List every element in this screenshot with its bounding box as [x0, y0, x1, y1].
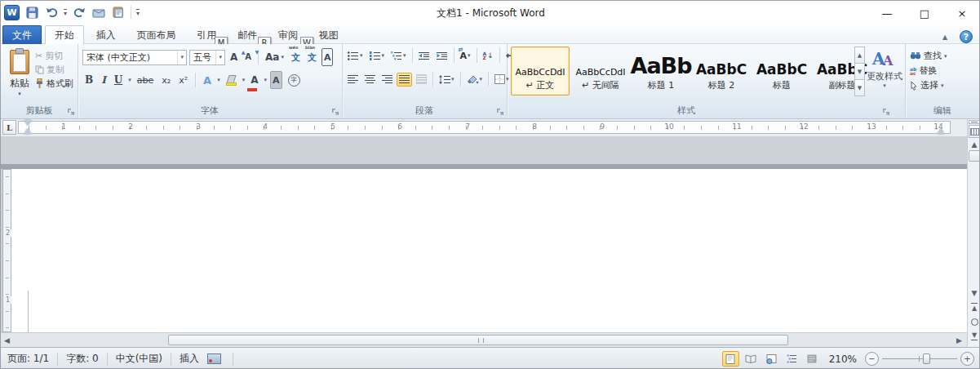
character-shading-button[interactable]: A: [270, 71, 282, 89]
strikethrough-button[interactable]: abe: [135, 72, 157, 88]
text-effects-dropdown[interactable]: ▾: [217, 77, 220, 83]
font-color-button[interactable]: A: [248, 72, 260, 88]
outline-view-button[interactable]: [783, 351, 800, 367]
tab-page-layout[interactable]: 页面布局: [127, 26, 184, 44]
font-family-combo[interactable]: 宋体 (中文正文) ▾: [82, 50, 187, 65]
tab-stop-selector[interactable]: L: [2, 120, 16, 135]
zoom-level-indicator[interactable]: 210%: [827, 353, 858, 365]
change-case-button[interactable]: Aa▾: [263, 49, 286, 65]
line-spacing-button[interactable]: ▾: [437, 73, 457, 87]
select-button[interactable]: 选择 ▾: [910, 78, 944, 92]
styles-scroll-down[interactable]: ▼: [854, 63, 865, 80]
cut-button[interactable]: ✂ 剪切: [35, 49, 63, 62]
styles-gallery-more[interactable]: ▼: [854, 79, 865, 96]
help-button[interactable]: ?: [960, 30, 973, 43]
align-right-button[interactable]: [379, 73, 395, 87]
hanging-indent-marker[interactable]: [24, 128, 31, 134]
shading-button[interactable]: ▾: [464, 72, 486, 87]
clipboard-dialog-launcher[interactable]: [67, 108, 75, 116]
underline-dropdown[interactable]: ▾: [128, 77, 131, 83]
paste-button[interactable]: 粘贴 ▾: [4, 47, 35, 103]
paragraph-dialog-launcher[interactable]: [496, 108, 504, 116]
phonetic-guide-button[interactable]: wén文: [289, 49, 303, 65]
style-title[interactable]: AaBbC 标题: [752, 47, 811, 96]
style-normal[interactable]: AaBbCcDdI ↵ 正文: [511, 47, 570, 96]
italic-button[interactable]: I: [99, 72, 109, 88]
font-size-combo[interactable]: 五号 ▾: [189, 50, 225, 65]
word-logo-icon[interactable]: W: [4, 5, 20, 20]
vertical-ruler[interactable]: 2 1: [2, 169, 11, 332]
align-center-button[interactable]: [362, 73, 378, 87]
highlight-dropdown[interactable]: ▾: [242, 77, 246, 83]
decrease-indent-button[interactable]: [416, 49, 432, 63]
highlight-button[interactable]: [224, 72, 239, 88]
language-indicator[interactable]: 中文(中国): [114, 352, 164, 366]
select-dropdown[interactable]: ▾: [941, 82, 944, 89]
zoom-slider[interactable]: [882, 353, 957, 365]
distributed-button[interactable]: [414, 72, 429, 87]
select-browse-object-button[interactable]: [969, 315, 980, 328]
document-page[interactable]: [11, 169, 967, 332]
close-button[interactable]: ×: [943, 1, 980, 25]
horizontal-ruler[interactable]: 1 2 3 4 5 6 7 8 9 10 11 12 13 14: [18, 121, 951, 134]
justify-button[interactable]: [397, 73, 412, 87]
minimize-button[interactable]: —: [868, 1, 906, 25]
sort-button[interactable]: AZ ↓: [481, 49, 496, 62]
scroll-left-arrow[interactable]: ◀: [2, 335, 12, 345]
horizontal-scrollbar[interactable]: ◀ ▶: [1, 332, 967, 347]
web-layout-view-button[interactable]: [763, 351, 780, 367]
align-left-button[interactable]: [345, 73, 361, 87]
bold-button[interactable]: B: [82, 72, 95, 88]
font-color-dropdown[interactable]: ▾: [264, 77, 268, 83]
save-button[interactable]: [24, 5, 39, 20]
character-border-button[interactable]: A: [321, 48, 334, 66]
tab-insert[interactable]: 插入: [87, 26, 125, 44]
tab-view[interactable]: 视图: [310, 26, 348, 44]
underline-button[interactable]: U: [112, 72, 125, 88]
maximize-button[interactable]: □: [906, 1, 943, 25]
first-line-indent-marker[interactable]: [24, 120, 31, 126]
numbering-button[interactable]: ▾: [367, 49, 388, 63]
shrink-font-button[interactable]: A▼: [242, 49, 254, 65]
right-indent-marker[interactable]: [938, 128, 944, 134]
scroll-right-arrow[interactable]: ▶: [954, 335, 964, 345]
tab-file[interactable]: 文件: [2, 25, 42, 44]
macro-record-icon[interactable]: [207, 353, 221, 364]
increase-indent-button[interactable]: [434, 49, 450, 63]
replace-button[interactable]: abac 替换: [910, 64, 937, 78]
zoom-in-button[interactable]: +: [960, 352, 974, 366]
horizontal-scrollbar-thumb[interactable]: [168, 335, 788, 345]
page-count-indicator[interactable]: 页面: 1/1: [6, 352, 51, 366]
bullets-button[interactable]: ▾: [345, 49, 366, 63]
format-painter-button[interactable]: 格式刷: [35, 77, 73, 90]
zoom-out-button[interactable]: −: [865, 352, 879, 366]
paste-dropdown[interactable]: ▾: [18, 91, 21, 97]
print-layout-view-button[interactable]: [722, 351, 739, 367]
text-effects-button[interactable]: A: [201, 72, 214, 88]
qat-customize-dropdown[interactable]: ▾: [136, 9, 140, 16]
print-preview-button[interactable]: [91, 5, 106, 20]
asian-layout-char-button[interactable]: biàn文: [305, 49, 319, 65]
grow-font-button[interactable]: A▲: [228, 49, 240, 65]
insert-mode-indicator[interactable]: 插入: [178, 352, 201, 366]
minimize-ribbon-button[interactable]: ▲: [938, 32, 951, 42]
word-count-indicator[interactable]: 字数: 0: [64, 352, 100, 366]
superscript-button[interactable]: x²: [176, 72, 190, 88]
tab-home[interactable]: 开始: [45, 25, 84, 45]
vertical-scrollbar[interactable]: ▲ ▼ ▲ ▼: [967, 119, 980, 347]
find-button[interactable]: 查找 ▾: [910, 49, 947, 63]
ruler-toggle-button[interactable]: [969, 125, 980, 138]
styles-scroll-up[interactable]: ▲: [854, 47, 865, 64]
style-no-spacing[interactable]: AaBbCcDdI ↵ 无间隔: [571, 47, 630, 96]
find-dropdown[interactable]: ▾: [944, 53, 947, 60]
style-heading2[interactable]: AaBbC 标题 2: [692, 47, 751, 96]
zoom-slider-thumb[interactable]: [923, 353, 930, 364]
vertical-scrollbar-thumb[interactable]: [969, 150, 980, 162]
previous-page-button[interactable]: ▲: [969, 300, 980, 314]
font-dialog-launcher[interactable]: [331, 108, 339, 116]
next-page-button[interactable]: ▼: [969, 329, 980, 343]
quick-doc-button[interactable]: [111, 5, 126, 20]
scroll-down-arrow[interactable]: ▼: [969, 287, 980, 298]
multilevel-list-button[interactable]: ▾: [388, 49, 409, 63]
change-styles-button[interactable]: AA 更改样式 ▾: [866, 47, 903, 106]
